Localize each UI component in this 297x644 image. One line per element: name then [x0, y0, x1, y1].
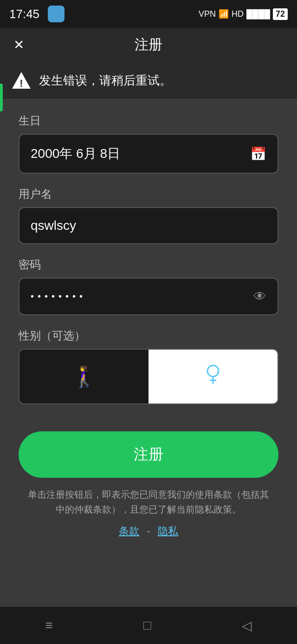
form-area: 生日 2000年 6月 8日 📅 用户名 密码 •••••••• 👁 性别（可选…: [0, 99, 297, 552]
vpn-icon: VPN: [199, 9, 216, 19]
svg-point-2: [207, 365, 219, 377]
password-dots: ••••••••: [31, 291, 86, 302]
warning-icon: !: [11, 70, 32, 91]
username-field-group: 用户名: [19, 187, 278, 244]
hd-icon: HD: [232, 9, 244, 19]
gender-field-group: 性别（可选） 🚶‍♀️: [19, 328, 278, 404]
male-icon: [201, 363, 225, 390]
birthday-input[interactable]: 2000年 6月 8日 📅: [19, 134, 278, 174]
status-left: 17:45: [9, 6, 65, 22]
close-button[interactable]: ✕: [9, 36, 28, 54]
error-message: 发生错误，请稍后重试。: [39, 72, 172, 89]
gender-male-option[interactable]: [148, 350, 278, 403]
wifi-icon: 📶: [219, 9, 229, 19]
battery-level: 72: [273, 8, 288, 20]
terms-link[interactable]: 条款: [119, 524, 139, 538]
terms-divider: -: [147, 525, 150, 537]
username-input-wrapper[interactable]: [19, 207, 278, 244]
calendar-icon: 📅: [250, 146, 266, 162]
signal-icon: ████: [246, 9, 270, 19]
back-nav-icon[interactable]: ◁: [228, 613, 266, 638]
main-content: 生日 2000年 6月 8日 📅 用户名 密码 •••••••• 👁 性别（可选…: [0, 99, 297, 607]
gender-female-option[interactable]: 🚶‍♀️: [19, 350, 148, 403]
female-icon: 🚶‍♀️: [71, 364, 97, 389]
gender-label: 性别（可选）: [19, 328, 278, 343]
password-label: 密码: [19, 257, 278, 272]
status-bar: 17:45 VPN 📶 HD ████ 72: [0, 0, 297, 28]
home-nav-icon[interactable]: □: [129, 613, 165, 637]
app-icon: [48, 6, 65, 22]
page-title: 注册: [135, 35, 162, 54]
username-label: 用户名: [19, 187, 278, 202]
password-field-group: 密码 •••••••• 👁: [19, 257, 278, 315]
terms-text: 单击注册按钮后，即表示您已同意我们的使用条款（包括其中的仲裁条款），且您已了解当…: [19, 487, 278, 517]
username-input[interactable]: [31, 218, 266, 233]
eye-icon[interactable]: 👁: [253, 289, 266, 304]
register-button[interactable]: 注册: [19, 431, 278, 478]
password-input-wrapper[interactable]: •••••••• 👁: [19, 278, 278, 315]
svg-text:!: !: [19, 78, 23, 89]
birthday-label: 生日: [19, 113, 278, 128]
bottom-nav: ≡ □ ◁: [0, 607, 297, 644]
title-bar: ✕ 注册: [0, 28, 297, 62]
error-banner: ! 发生错误，请稍后重试。: [0, 62, 297, 99]
privacy-link[interactable]: 隐私: [158, 524, 178, 538]
birthday-field-group: 生日 2000年 6月 8日 📅: [19, 113, 278, 174]
terms-links: 条款 - 隐私: [19, 524, 278, 538]
birthday-value: 2000年 6月 8日: [31, 145, 120, 163]
status-right: VPN 📶 HD ████ 72: [199, 8, 288, 20]
menu-nav-icon[interactable]: ≡: [31, 613, 66, 637]
status-time: 17:45: [9, 7, 39, 21]
accent-bar: [0, 84, 3, 111]
gender-selector[interactable]: 🚶‍♀️: [19, 349, 278, 404]
